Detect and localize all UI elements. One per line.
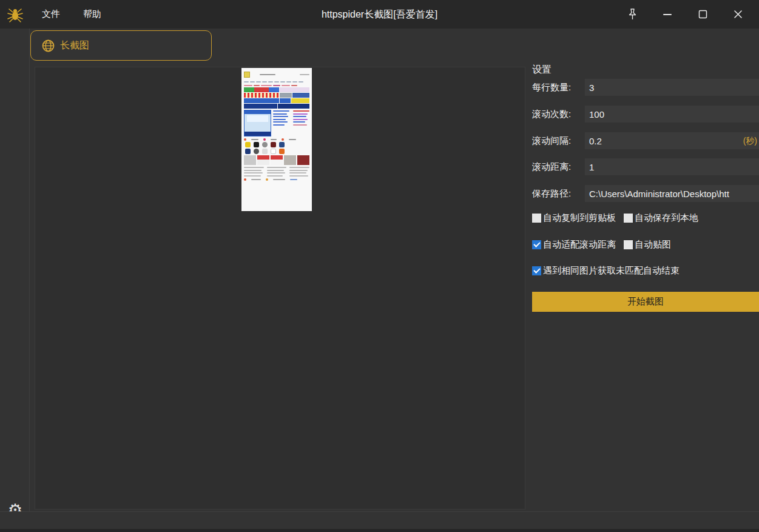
per-line-count-label: 每行数量: [532,79,571,96]
start-capture-button[interactable]: 开始截图 [532,292,759,312]
scroll-interval-input[interactable] [585,132,759,149]
checkbox-row-2: 自动适配滚动距离 自动贴图 [532,239,671,250]
checkbox-box[interactable] [532,214,541,223]
menu-file[interactable]: 文件 [30,0,72,29]
checkbox-auto-copy-clipboard[interactable]: 自动复制到剪贴板 [532,212,616,224]
checkbox-box[interactable] [624,240,633,249]
settings-header: 设置 [532,64,552,76]
thumbnail-logo [244,72,250,78]
pin-button[interactable] [615,0,650,29]
titlebar: 文件 帮助 httpspider长截图[吾爱首发] [0,0,759,29]
field-row-scroll-distance: 滚动距离: [532,158,759,175]
tab-long-screenshot[interactable]: 长截图 [30,30,212,61]
captured-webpage-thumbnail[interactable] [241,68,312,211]
maximize-button[interactable] [685,0,720,29]
seconds-unit-label: (秒) [743,132,757,149]
thumbnail-image-strip [244,155,309,165]
thumbnail-icon-grid-row2 [245,149,309,154]
globe-icon [42,39,55,52]
scroll-interval-label: 滚动间隔: [532,132,571,149]
checkbox-label: 自动适配滚动距离 [543,239,616,251]
checkbox-label: 自动贴图 [635,239,671,251]
thumbnail-navbar [244,79,309,84]
checkbox-row-1: 自动复制到剪贴板 自动保存到本地 [532,212,698,223]
field-row-per-line-count: 每行数量: [532,79,759,96]
checkbox-auto-paste-image[interactable]: 自动贴图 [624,239,671,251]
per-line-count-input[interactable] [585,79,759,96]
checkbox-box[interactable] [624,214,633,223]
checkbox-box[interactable] [532,240,541,249]
checkbox-label: 自动复制到剪贴板 [543,212,616,224]
app-spider-icon [0,0,30,29]
minimize-icon [663,10,672,19]
thumbnail-section-headers [244,138,309,141]
thumbnail-footer [244,178,309,181]
field-row-scroll-count: 滚动次数: [532,106,759,123]
pin-icon [628,8,637,20]
menu-help[interactable]: 帮助 [72,0,113,29]
tab-label: 长截图 [60,39,89,52]
checkbox-label: 遇到相同图片获取未匹配自动结束 [543,265,680,277]
scroll-count-label: 滚动次数: [532,106,571,123]
thumbnail-header [244,70,309,78]
field-row-scroll-interval: 滚动间隔: (秒) [532,132,759,149]
save-path-input[interactable] [585,185,759,202]
window-controls [615,0,755,29]
close-icon [734,10,743,19]
app-window: { "titlebar": { "title": "httpspider长截图[… [0,0,759,532]
checkbox-auto-fit-scroll-distance[interactable]: 自动适配滚动距离 [532,239,616,251]
checkbox-auto-save-local[interactable]: 自动保存到本地 [624,212,698,224]
thumbnail-icon-grid-row1 [245,142,309,147]
minimize-button[interactable] [650,0,685,29]
scroll-distance-input[interactable] [585,158,759,175]
scroll-distance-label: 滚动距离: [532,158,571,175]
status-bar [0,511,759,529]
close-button[interactable] [720,0,755,29]
save-path-label: 保存路径: [532,185,571,202]
spider-icon [7,6,24,23]
thumbnail-text-columns [244,167,309,177]
field-row-save-path: 保存路径: [532,185,759,202]
window-bottom-edge [0,529,759,532]
maximize-icon [698,10,707,19]
checkbox-box[interactable] [532,266,541,275]
checkbox-auto-end-on-duplicate[interactable]: 遇到相同图片获取未匹配自动结束 [532,265,680,277]
thumbnail-banners [244,87,309,109]
left-sidebar: ⚙ [0,29,30,511]
scroll-count-input[interactable] [585,106,759,123]
window-title: httpspider长截图[吾爱首发] [322,0,437,29]
checkbox-label: 自动保存到本地 [635,212,698,224]
checkbox-row-3: 遇到相同图片获取未匹配自动结束 [532,265,680,276]
thumbnail-content [244,110,309,136]
settings-panel: 设置 每行数量: 滚动次数: 滚动间隔: (秒) 滚动距离: 保存路径: 自动复… [532,61,759,511]
preview-canvas [35,67,525,510]
